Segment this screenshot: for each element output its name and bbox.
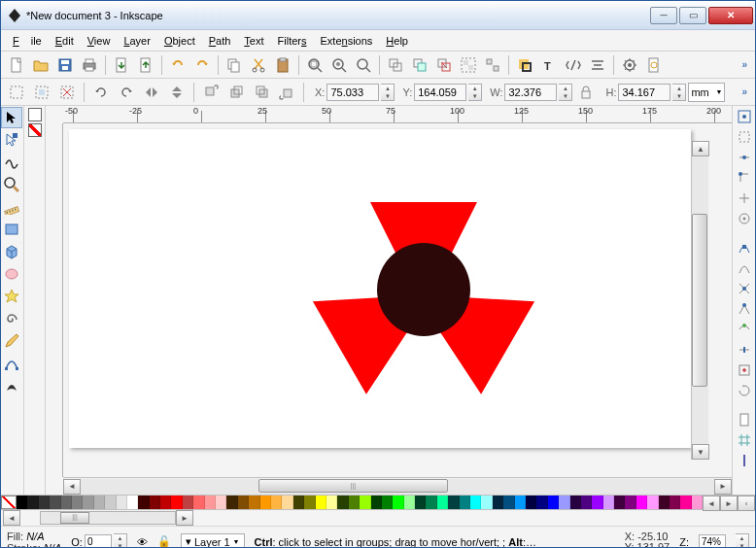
rotate-cw-button[interactable] (115, 81, 138, 104)
menu-layer[interactable]: Layer (118, 33, 156, 49)
flip-v-button[interactable] (165, 81, 189, 104)
menu-path[interactable]: Path (203, 33, 237, 49)
swatch[interactable] (17, 496, 27, 509)
swatch[interactable] (238, 496, 249, 509)
pal-scroll-left[interactable]: ◄ (3, 510, 20, 526)
redo-button[interactable] (190, 53, 214, 77)
calligraphy-tool[interactable] (1, 375, 22, 396)
swatch[interactable] (326, 496, 337, 509)
swatch[interactable] (526, 496, 536, 509)
swatch[interactable] (581, 496, 592, 509)
menu-file[interactable]: File (7, 33, 48, 49)
close-button[interactable]: ✕ (708, 7, 753, 24)
save-button[interactable] (53, 53, 77, 77)
export-button[interactable] (134, 53, 157, 77)
unlink-clone-button[interactable] (432, 53, 456, 77)
unit-select[interactable]: mm▼ (688, 83, 725, 102)
snap-guide-button[interactable] (735, 451, 754, 470)
swatch[interactable] (647, 496, 658, 509)
zoom-page-button[interactable] (352, 53, 375, 77)
spiral-tool[interactable] (1, 308, 22, 329)
swatch[interactable] (127, 496, 138, 509)
swatch[interactable] (150, 496, 160, 509)
x-spinner[interactable]: ▲▼ (381, 84, 395, 101)
swatch[interactable] (636, 496, 647, 509)
swatch[interactable] (481, 496, 492, 509)
swatch[interactable] (382, 496, 393, 509)
zoom-input[interactable] (699, 534, 726, 549)
swatch[interactable] (160, 496, 171, 509)
zoom-spinner[interactable]: ▲▼ (736, 533, 749, 549)
swatch[interactable] (27, 496, 38, 509)
swatch[interactable] (337, 496, 348, 509)
flip-h-button[interactable] (140, 81, 163, 104)
swatch[interactable] (659, 496, 670, 509)
snap-page-button[interactable] (735, 410, 754, 429)
swatch[interactable] (193, 496, 204, 509)
swatch[interactable] (260, 496, 271, 509)
snap-object-center-button[interactable] (735, 360, 754, 380)
pal-scroll-right[interactable]: ► (176, 510, 193, 526)
swatch[interactable] (205, 496, 216, 509)
swatch[interactable] (72, 496, 83, 509)
h-spinner[interactable]: ▲▼ (672, 84, 686, 101)
swatch[interactable] (61, 496, 72, 509)
swatch[interactable] (503, 496, 514, 509)
fill-stroke-button[interactable] (513, 53, 536, 77)
toolbar-overflow-icon[interactable]: » (738, 59, 751, 70)
opacity-spinner[interactable]: ▲▼ (114, 533, 127, 549)
star-tool[interactable] (1, 286, 22, 307)
swatch[interactable] (603, 496, 614, 509)
ruler-vertical[interactable] (46, 123, 63, 477)
open-button[interactable] (29, 53, 52, 77)
swatch[interactable] (493, 496, 503, 509)
layer-select[interactable]: ▾ Layer 1 ▼ (181, 533, 245, 548)
lower-button[interactable] (250, 81, 273, 104)
canvas[interactable]: ▲ ▼ (63, 123, 732, 477)
swatch[interactable] (426, 496, 436, 509)
swatch[interactable] (271, 496, 282, 509)
horizontal-scrollbar[interactable]: ◄ ||| ► (63, 477, 732, 495)
swatch[interactable] (460, 496, 470, 509)
opacity-input[interactable] (85, 534, 112, 549)
snap-line-mid-button[interactable] (735, 340, 754, 360)
swatch[interactable] (393, 496, 403, 509)
swatch[interactable] (83, 496, 93, 509)
snap-bbox-button[interactable] (735, 127, 754, 147)
snap-path-button[interactable] (735, 258, 754, 278)
group-button[interactable] (457, 53, 480, 77)
tweak-tool[interactable] (1, 152, 22, 173)
swatch[interactable] (625, 496, 636, 509)
menu-view[interactable]: View (82, 33, 117, 49)
swatch[interactable] (415, 496, 426, 509)
visibility-icon[interactable]: 👁 (137, 536, 148, 548)
aux-box-2[interactable] (28, 123, 42, 137)
select-layer-button[interactable] (30, 81, 53, 104)
palette-scroll-right[interactable]: ► (720, 496, 738, 511)
menu-edit[interactable]: Edit (50, 33, 80, 49)
align-button[interactable] (586, 53, 609, 77)
w-spinner[interactable]: ▲▼ (559, 84, 572, 101)
swatch[interactable] (293, 496, 304, 509)
swatch[interactable] (105, 496, 116, 509)
swatch[interactable] (515, 496, 526, 509)
snap-intersection-button[interactable] (735, 279, 754, 298)
ungroup-button[interactable] (481, 53, 504, 77)
duplicate-button[interactable] (384, 53, 407, 77)
swatch[interactable] (548, 496, 559, 509)
swatch[interactable] (437, 496, 448, 509)
text-button[interactable]: T (537, 53, 561, 77)
snap-grid-button[interactable] (735, 430, 754, 450)
swatch[interactable] (216, 496, 226, 509)
deselect-button[interactable] (55, 81, 79, 104)
snap-edge-button[interactable] (735, 148, 754, 167)
menu-help[interactable]: Help (380, 33, 414, 49)
swatch[interactable] (692, 496, 703, 509)
swatch[interactable] (360, 496, 370, 509)
snap-enable-button[interactable] (735, 107, 754, 126)
y-spinner[interactable]: ▲▼ (468, 84, 482, 101)
swatch[interactable] (117, 496, 127, 509)
box3d-tool[interactable] (1, 241, 22, 262)
swatch[interactable] (570, 496, 581, 509)
swatch[interactable] (226, 496, 237, 509)
